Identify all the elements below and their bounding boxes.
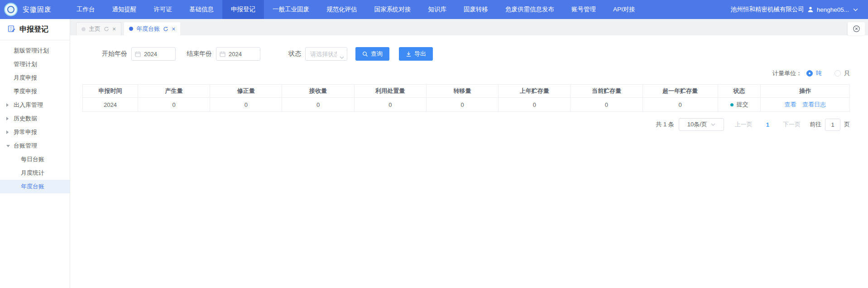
col-over-one-year-storage: 超一年贮存量: [643, 85, 718, 98]
nav-item-declaration[interactable]: 申报登记: [222, 0, 264, 19]
end-year-label: 结束年份: [187, 50, 212, 58]
caret-right-icon: [6, 130, 9, 134]
col-prev-year-storage: 上年贮存量: [499, 85, 571, 98]
calendar-icon: [135, 51, 141, 59]
caret-down-icon: [6, 145, 10, 147]
top-nav: 安徽固废 工作台 通知提醒 许可证 基础信息 申报登记 一般工业固废 规范化评估…: [0, 0, 868, 19]
nav-item-standardization-assessment[interactable]: 规范化评估: [318, 0, 366, 19]
annual-ledger-table: 申报时间 产生量 修正量 接收量 利用处置量 转移量 上年贮存量 当前贮存量 超…: [82, 84, 850, 112]
cell-corrected: 0: [210, 98, 282, 112]
sidebar-item-monthly-declaration[interactable]: 月度申报: [0, 71, 70, 85]
sidebar-item-historical-data[interactable]: 历史数据: [0, 112, 70, 125]
status-dot-icon: [730, 103, 734, 106]
sidebar-item-ledger-management[interactable]: 台账管理: [0, 139, 70, 153]
tab-label: 主页: [89, 25, 101, 33]
view-link[interactable]: 查看: [784, 101, 796, 108]
export-button[interactable]: 导出: [399, 47, 433, 61]
close-icon[interactable]: ×: [112, 26, 116, 32]
cell-prev-year-storage: 0: [499, 98, 571, 112]
sidebar-title: 申报登记: [19, 25, 48, 34]
col-corrected: 修正量: [210, 85, 282, 98]
table-header-row: 申报时间 产生量 修正量 接收量 利用处置量 转移量 上年贮存量 当前贮存量 超…: [83, 85, 850, 98]
nav-item-basic-info[interactable]: 基础信息: [181, 0, 222, 19]
document-edit-icon: [8, 25, 15, 34]
nav-item-general-industrial-waste[interactable]: 一般工业固废: [264, 0, 318, 19]
filter-bar: 开始年份 结束年份 状态: [102, 47, 850, 61]
prev-page-button[interactable]: 上一页: [735, 120, 753, 129]
nav-item-waste-transfer[interactable]: 固废转移: [455, 0, 497, 19]
nav-item-workbench[interactable]: 工作台: [68, 0, 104, 19]
nav-item-national-system-integration[interactable]: 国家系统对接: [366, 0, 420, 19]
cell-transferred: 0: [426, 98, 498, 112]
nav-item-hazwaste-supply-demand[interactable]: 危废供需信息发布: [497, 0, 563, 19]
sidebar-item-quarterly-declaration[interactable]: 季度申报: [0, 85, 70, 98]
page-size-select[interactable]: 10条/页: [679, 118, 724, 131]
cell-actions: 查看 查看日志: [761, 98, 850, 112]
cell-received: 0: [282, 98, 354, 112]
refresh-icon[interactable]: [104, 26, 109, 32]
sidebar-menu: 新版管理计划 管理计划 月度申报 季度申报 出入库管理 历史数据 异常申报 台账…: [0, 40, 70, 193]
user-icon: [807, 6, 814, 13]
nav-item-account-management[interactable]: 账号管理: [563, 0, 604, 19]
next-page-button[interactable]: 下一页: [783, 120, 801, 129]
col-declare-time: 申报时间: [83, 85, 138, 98]
unit-radio-piece[interactable]: 只: [834, 69, 850, 77]
refresh-icon[interactable]: [163, 26, 168, 32]
chevron-down-icon: [711, 123, 715, 126]
caret-right-icon: [6, 117, 9, 120]
table-row: 2024 0 0 0 0 0 0 0 0 提交: [83, 98, 850, 112]
query-button[interactable]: 查询: [355, 47, 389, 61]
col-generated: 产生量: [138, 85, 210, 98]
radio-checked-icon: [806, 70, 813, 77]
sidebar: 申报登记 新版管理计划 管理计划 月度申报 季度申报 出入库管理 历史数据 异常…: [0, 19, 70, 288]
goto-page-input[interactable]: [825, 119, 840, 131]
col-status: 状态: [718, 85, 761, 98]
tab-home[interactable]: 主页 ×: [76, 22, 121, 35]
chevron-down-icon: [853, 8, 858, 11]
goto-page: 前往 页: [810, 119, 850, 131]
sidebar-item-new-management-plan[interactable]: 新版管理计划: [0, 44, 70, 58]
cell-generated: 0: [138, 98, 210, 112]
sidebar-header: 申报登记: [0, 19, 70, 40]
col-current-storage: 当前贮存量: [571, 85, 643, 98]
chevron-down-icon: [340, 53, 344, 61]
nav-item-notifications[interactable]: 通知提醒: [104, 0, 145, 19]
tab-strip: 主页 × 年度台账 ×: [70, 19, 868, 35]
sidebar-item-label: 历史数据: [14, 115, 37, 123]
nav-item-license[interactable]: 许可证: [145, 0, 181, 19]
total-count: 共 1 条: [656, 120, 674, 129]
close-all-tabs-button[interactable]: [848, 22, 865, 35]
page-number-1[interactable]: 1: [766, 121, 769, 128]
sidebar-item-label: 出入库管理: [14, 101, 43, 109]
nav-menu: 工作台 通知提醒 许可证 基础信息 申报登记 一般工业固废 规范化评估 国家系统…: [68, 0, 644, 19]
company-name: 池州恒和精密机械有限公司: [731, 5, 804, 14]
user-menu[interactable]: 池州恒和精密机械有限公司 henghe05...: [731, 5, 868, 14]
sidebar-item-management-plan[interactable]: 管理计划: [0, 58, 70, 71]
view-log-link[interactable]: 查看日志: [802, 101, 826, 108]
unit-label: 计量单位：: [772, 69, 802, 77]
sidebar-item-monthly-statistics[interactable]: 月度统计: [0, 166, 70, 180]
cell-current-storage: 0: [571, 98, 643, 112]
unit-radio-ton[interactable]: 吨: [806, 69, 822, 77]
sidebar-item-abnormal-declaration[interactable]: 异常申报: [0, 125, 70, 139]
radio-label: 只: [844, 69, 850, 77]
app-logo-icon: [4, 3, 18, 16]
radio-label: 吨: [816, 69, 822, 77]
circled-x-icon: [853, 25, 860, 33]
username: henghe05...: [817, 6, 849, 13]
col-actions: 操作: [761, 85, 850, 98]
sidebar-item-label: 异常申报: [14, 128, 37, 136]
tab-status-dot: [129, 27, 133, 31]
tab-annual-ledger[interactable]: 年度台账 ×: [124, 22, 180, 35]
sidebar-item-annual-ledger[interactable]: 年度台账: [0, 180, 70, 193]
sidebar-item-inventory-management[interactable]: 出入库管理: [0, 98, 70, 112]
col-transferred: 转移量: [426, 85, 498, 98]
nav-item-knowledge-base[interactable]: 知识库: [420, 0, 456, 19]
export-button-label: 导出: [414, 50, 426, 58]
sidebar-item-daily-ledger[interactable]: 每日台账: [0, 153, 70, 166]
close-icon[interactable]: ×: [172, 26, 175, 32]
brand: 安徽固废: [0, 3, 68, 16]
tab-status-dot: [82, 27, 86, 31]
nav-item-api-integration[interactable]: API对接: [604, 0, 644, 19]
pagination: 共 1 条 10条/页 上一页 1 下一页 前往 页: [82, 118, 850, 131]
